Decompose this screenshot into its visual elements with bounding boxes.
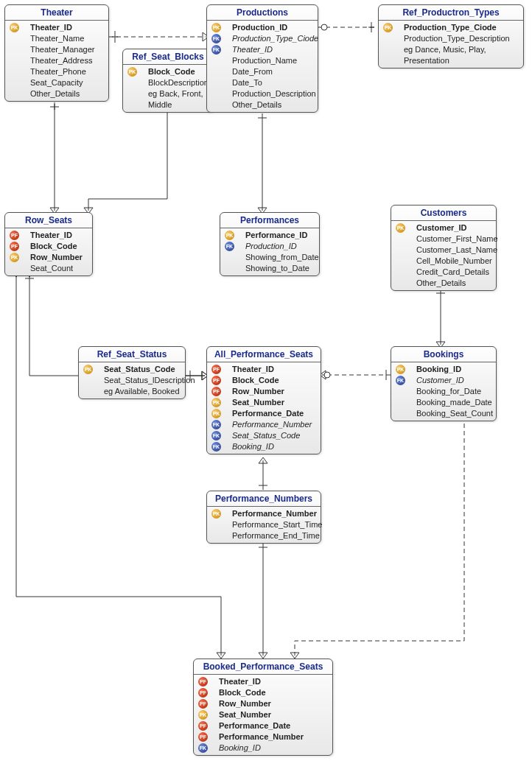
key-indicators: PF	[198, 677, 219, 687]
pf-icon: PF	[198, 721, 208, 731]
attribute-name: Theater_ID	[232, 364, 274, 375]
attribute-name: Theater_Name	[30, 33, 84, 44]
attribute-row: Performance_Start_Time	[207, 519, 321, 530]
key-indicators: PF	[198, 721, 219, 731]
key-indicators: PK	[383, 23, 404, 32]
attribute-name: Performance_Number	[219, 731, 304, 742]
attribute-row: PFTheater_ID	[194, 676, 332, 687]
attribute-row: PKSeat_Number	[207, 397, 321, 408]
attribute-name: Customer_First_Name	[416, 234, 498, 245]
entity-title: Productions	[207, 5, 318, 21]
attribute-name: Theater_ID	[232, 44, 273, 55]
attribute-row: PKBlock_Code	[123, 66, 213, 77]
pk-icon: PK	[211, 398, 221, 407]
pk-icon: PK	[396, 365, 405, 374]
attribute-name: Production_ID	[232, 22, 287, 33]
attribute-name: Block_Code	[30, 241, 77, 252]
fk-icon: FK	[211, 431, 221, 440]
entity-body-customers: PKCustomer_IDCustomer_First_NameCustomer…	[391, 221, 496, 290]
pk-icon: PK	[396, 223, 405, 233]
attribute-row: Production_Description	[207, 88, 318, 99]
attribute-name: Booking_Seat_Count	[416, 408, 493, 419]
entity-title: Ref_Seat_Status	[79, 347, 185, 362]
attribute-name: Booking_ID	[232, 441, 274, 452]
attribute-name: Block_Code	[219, 687, 266, 698]
attribute-row: Cell_Mobile_Number	[391, 256, 496, 267]
pf-icon: PF	[198, 677, 208, 687]
fk-icon: FK	[211, 34, 221, 43]
attribute-name: Production_Name	[232, 55, 297, 66]
key-indicators: PK	[83, 365, 104, 374]
pf-icon: PF	[211, 387, 221, 396]
entity-bookings: Bookings PKBooking_IDFKCustomer_IDBookin…	[391, 346, 497, 421]
attribute-row: PFTheater_ID	[207, 364, 321, 375]
attribute-row: Seat_Status_lDescription	[79, 375, 185, 386]
attribute-name: Seat_Status_Code	[104, 364, 175, 375]
attribute-row: PKSeat_Status_Code	[79, 364, 185, 375]
entity-performance-numbers: Performance_Numbers PKPerformance_Number…	[206, 491, 321, 544]
fk-icon: FK	[211, 420, 221, 429]
pf-icon: PF	[10, 242, 19, 251]
attribute-row: Booking_Seat_Count	[391, 408, 496, 419]
attribute-row: PKPerformance_Number	[207, 508, 321, 519]
entity-performances: Performances PKPerformance_IDFKProductio…	[220, 212, 320, 276]
attribute-name: Other_Details	[30, 88, 80, 99]
pf-icon: PF	[198, 688, 208, 698]
attribute-name: Date_From	[232, 66, 273, 77]
pk-icon: PK	[10, 23, 19, 32]
attribute-row: Booking_made_Date	[391, 397, 496, 408]
attribute-name: Booking_made_Date	[416, 397, 492, 408]
pf-icon: PF	[198, 732, 208, 742]
pk-icon: PK	[211, 509, 221, 519]
key-indicators: FK	[211, 420, 232, 429]
entity-title: Booked_Performance_Seats	[194, 659, 332, 675]
attribute-row: PKRow_Number	[5, 252, 92, 263]
key-indicators: FK	[198, 743, 219, 753]
attribute-row: FKBooking_ID	[207, 441, 321, 452]
attribute-row: PK Seat_Number	[194, 709, 332, 720]
attribute-name: Other_Details	[232, 99, 281, 110]
attribute-name: Row_Number	[232, 386, 284, 397]
attribute-row: FKCustomer_ID	[391, 375, 496, 386]
attribute-name: Seat_Status_Code	[232, 430, 300, 441]
attribute-name: Block_Code	[232, 375, 279, 386]
key-indicators: FK	[211, 45, 232, 55]
attribute-name: Row_Number	[219, 698, 271, 709]
attribute-row: eg Dance, Music, Play, Presentation	[379, 44, 523, 66]
attribute-name: Cell_Mobile_Number	[416, 256, 492, 267]
attribute-name: Production_Description	[232, 88, 316, 99]
entity-body-performance-numbers: PKPerformance_NumberPerformance_Start_Ti…	[207, 507, 321, 543]
attribute-name: Performance_End_Time	[232, 530, 320, 541]
entity-title: Row_Seats	[5, 213, 92, 228]
svg-point-4	[321, 24, 327, 30]
key-indicators: PF	[211, 387, 232, 396]
attribute-name: Performance_Start_Time	[232, 519, 322, 530]
entity-ref-seat-status: Ref_Seat_Status PKSeat_Status_CodeSeat_S…	[78, 346, 186, 399]
entity-body-booked-performance-seats: PFTheater_IDPFBlock_CodePFRow_NumberPK S…	[194, 675, 332, 755]
attribute-name: Block_Code	[148, 66, 195, 77]
attribute-row: PKCustomer_ID	[391, 222, 496, 234]
attribute-name: Theater_Phone	[30, 66, 86, 77]
entity-all-performance-seats: All_Performance_Seats PFTheater_IDPFBloc…	[206, 346, 321, 454]
pk-icon: PK	[211, 409, 221, 418]
entity-title: Bookings	[391, 347, 496, 362]
attribute-name: Other_Details	[416, 278, 466, 289]
attribute-name: Theater_ID	[30, 22, 72, 33]
key-indicators: PK	[127, 67, 148, 77]
attribute-row: Date_To	[207, 77, 318, 88]
attribute-row: FKSeat_Status_Code	[207, 430, 321, 441]
attribute-name: Theater_Manager	[30, 44, 94, 55]
entity-title: All_Performance_Seats	[207, 347, 321, 362]
attribute-row: PKProduction_ID	[207, 22, 318, 33]
attribute-row: FKProduction_ID	[220, 241, 319, 252]
attribute-row: PFBlock_Code	[5, 241, 92, 252]
attribute-row: Performance_End_Time	[207, 530, 321, 541]
attribute-name: Showing_to_Date	[245, 263, 309, 274]
attribute-row: FKBooking_ID	[194, 742, 332, 754]
entity-ref-seat-blocks: Ref_Seat_Blocks PKBlock_CodeBlockDescrip…	[122, 49, 214, 113]
pk-icon: PK	[83, 365, 93, 374]
attribute-row: Customer_Last_Name	[391, 245, 496, 256]
pk-icon: PK	[10, 253, 19, 262]
entity-row-seats: Row_Seats PFTheater_IDPFBlock_CodePKRow_…	[4, 212, 93, 276]
attribute-name: eg Back, Front, Middle	[148, 88, 209, 110]
